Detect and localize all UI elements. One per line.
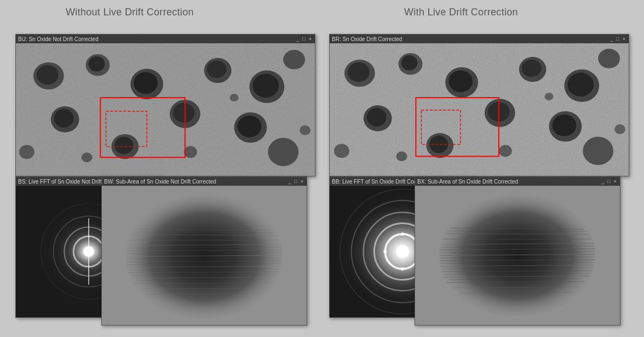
svg-point-36 (449, 71, 473, 93)
label-without: Without Live Drift Correction (66, 7, 194, 18)
svg-point-5 (89, 56, 105, 72)
svg-point-12 (283, 50, 305, 70)
titlebar-subarea-right: BX: Sub-Area of Sn Oxide Drift Corrected… (415, 177, 620, 186)
svg-point-3 (37, 65, 59, 85)
svg-point-23 (82, 152, 93, 162)
maximize-btn-sl[interactable]: □ (293, 179, 298, 184)
svg-point-53 (545, 93, 554, 100)
content-subarea-right (415, 186, 620, 325)
svg-point-22 (184, 146, 197, 158)
titlebar-right-main: BR: Sn Oxide Drift Corrected _ □ × (330, 35, 629, 43)
svg-point-32 (348, 62, 370, 82)
controls-left-main[interactable]: _ □ × (295, 36, 313, 42)
content-right-main (330, 43, 629, 176)
svg-point-20 (114, 137, 133, 155)
svg-point-51 (499, 145, 512, 157)
title-right-main: BR: Sn Oxide Drift Corrected (332, 36, 609, 42)
maximize-btn-sr[interactable]: □ (606, 179, 611, 184)
svg-point-38 (522, 60, 542, 77)
maximize-btn[interactable]: □ (301, 36, 306, 42)
minimize-btn-r[interactable]: _ (609, 36, 614, 42)
svg-point-54 (334, 144, 349, 158)
svg-point-50 (583, 137, 613, 165)
content-left-main (16, 43, 315, 176)
controls-right-main[interactable]: _ □ × (609, 36, 626, 42)
svg-point-52 (396, 151, 407, 161)
title-left-main: BU: Sn Oxide Not Drift Corrected (18, 36, 295, 42)
svg-point-102 (401, 232, 404, 236)
svg-point-101 (399, 248, 406, 255)
titlebar-left-main: BU: Sn Oxide Not Drift Corrected _ □ × (16, 35, 315, 43)
svg-point-11 (252, 74, 279, 98)
svg-point-40 (567, 73, 594, 97)
title-subarea-right: BX: Sub-Area of Sn Oxide Drift Corrected (417, 179, 600, 185)
image-subarea-right (415, 186, 620, 325)
controls-subarea-right[interactable]: _ □ × (600, 179, 618, 184)
label-with: With Live Drift Correction (404, 7, 518, 18)
title-subarea-left: BW: Sub-Area of Sn Oxide Not Drift Corre… (104, 179, 287, 185)
svg-point-16 (173, 103, 195, 123)
svg-point-14 (54, 109, 74, 128)
svg-point-18 (238, 116, 262, 138)
svg-point-24 (230, 94, 239, 101)
svg-point-47 (553, 115, 577, 136)
svg-point-103 (401, 267, 404, 271)
svg-point-43 (367, 108, 387, 127)
close-btn-sr[interactable]: × (613, 179, 618, 184)
svg-point-7 (134, 72, 158, 94)
close-btn-r[interactable]: × (622, 36, 626, 42)
image-right-main (330, 43, 629, 176)
svg-point-105 (383, 250, 387, 253)
image-left-main (16, 43, 315, 176)
svg-point-21 (268, 138, 298, 167)
svg-point-25 (19, 145, 34, 159)
titlebar-subarea-left: BW: Sub-Area of Sn Oxide Not Drift Corre… (102, 177, 307, 186)
controls-subarea-left[interactable]: _ □ × (287, 179, 304, 184)
svg-point-26 (300, 125, 311, 135)
window-left-main: BU: Sn Oxide Not Drift Corrected _ □ × (15, 34, 315, 176)
svg-point-41 (598, 49, 620, 68)
svg-point-34 (401, 55, 418, 71)
minimize-btn-sl[interactable]: _ (287, 179, 292, 184)
svg-point-9 (207, 61, 227, 78)
svg-point-55 (614, 124, 625, 134)
window-right-main: BR: Sn Oxide Drift Corrected _ □ × (329, 34, 629, 176)
content-subarea-left (102, 186, 307, 325)
minimize-btn[interactable]: _ (295, 36, 300, 42)
close-btn-sl[interactable]: × (300, 179, 304, 184)
window-subarea-left: BW: Sub-Area of Sn Oxide Not Drift Corre… (101, 176, 307, 325)
maximize-btn-r[interactable]: □ (615, 36, 620, 42)
minimize-btn-sr[interactable]: _ (600, 179, 605, 184)
window-subarea-right: BX: Sub-Area of Sn Oxide Drift Corrected… (415, 176, 620, 325)
close-btn[interactable]: × (308, 36, 313, 42)
image-subarea-left (102, 186, 307, 325)
